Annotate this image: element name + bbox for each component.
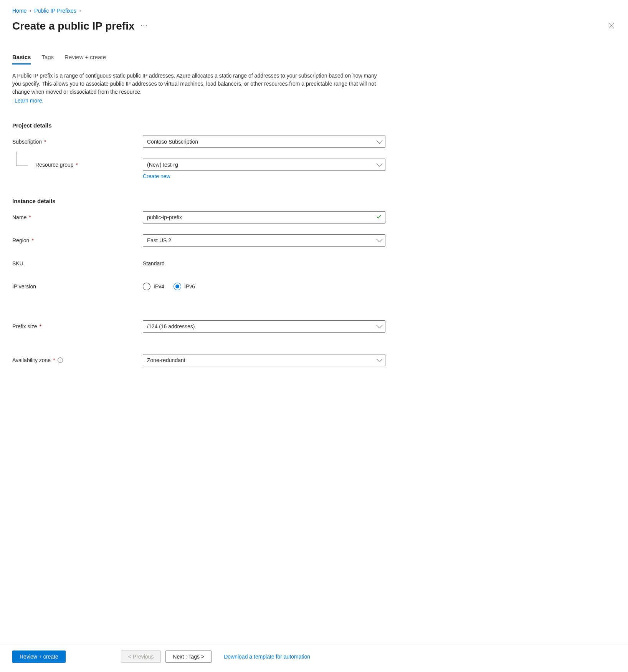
section-project-details: Project details [12,122,616,129]
tabs: Basics Tags Review + create [12,51,616,64]
close-icon[interactable] [607,21,616,32]
prefix-size-label: Prefix size [12,323,37,329]
chevron-right-icon: › [79,8,81,13]
page-title: Create a public IP prefix [12,20,135,32]
description-text: A Public IP prefix is a range of contigu… [12,72,381,96]
name-label: Name [12,214,26,220]
required-indicator: * [53,357,55,363]
ipv4-label: IPv4 [154,283,164,290]
more-actions-button[interactable]: ··· [141,21,148,31]
breadcrumb-parent[interactable]: Public IP Prefixes [34,8,76,14]
create-new-link[interactable]: Create new [143,173,170,179]
ipv6-label: IPv6 [184,283,195,290]
subscription-label: Subscription [12,139,42,145]
sku-label: SKU [12,260,23,266]
ipv4-radio[interactable]: IPv4 [143,283,164,290]
sku-value: Standard [143,260,165,266]
required-indicator: * [31,237,33,243]
section-instance-details: Instance details [12,198,616,204]
tab-basics[interactable]: Basics [12,51,31,64]
ip-version-label: IP version [12,283,36,290]
required-indicator: * [44,139,46,145]
required-indicator: * [40,323,41,329]
ip-version-radio-group: IPv4 IPv6 [143,283,385,290]
chevron-right-icon: › [30,8,31,13]
availability-zone-label: Availability zone [12,357,51,363]
radio-icon [174,283,181,290]
availability-zone-dropdown[interactable]: Zone-redundant [143,354,385,366]
radio-icon [143,283,150,290]
ipv6-radio[interactable]: IPv6 [174,283,195,290]
tab-review-create[interactable]: Review + create [64,51,106,64]
breadcrumb: Home › Public IP Prefixes › [12,8,616,14]
breadcrumb-home[interactable]: Home [12,8,26,14]
region-label: Region [12,237,29,243]
required-indicator: * [76,162,78,168]
name-input[interactable] [143,211,385,223]
region-dropdown[interactable]: East US 2 [143,234,385,247]
required-indicator: * [29,214,31,220]
checkmark-icon [376,214,382,221]
subscription-dropdown[interactable]: Contoso Subscription [143,136,385,148]
info-icon[interactable]: i [58,358,63,363]
learn-more-link[interactable]: Learn more. [15,98,43,104]
tab-tags[interactable]: Tags [41,51,54,64]
resource-group-label: Resource group [35,162,74,168]
resource-group-dropdown[interactable]: (New) test-rg [143,159,385,171]
prefix-size-dropdown[interactable]: /124 (16 addresses) [143,320,385,333]
